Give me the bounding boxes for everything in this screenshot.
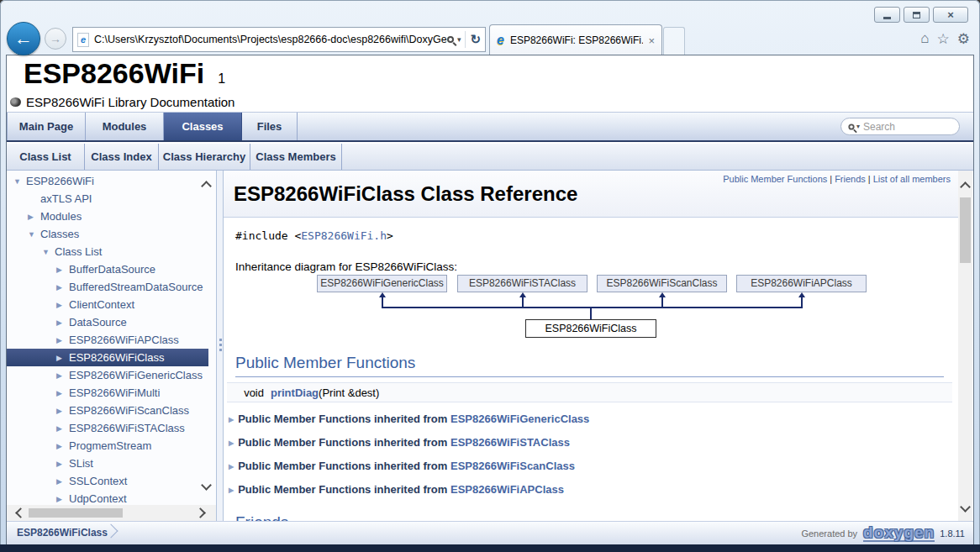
back-button[interactable]: ←: [7, 22, 40, 55]
sidebar-item-classes[interactable]: ▼Classes: [7, 225, 216, 243]
sidebar-item-esp8266wifi[interactable]: ▼ESP8266WiFi: [7, 172, 216, 190]
sidebar-item-esp8266wifiscanclass[interactable]: ▶ESP8266WiFiScanClass: [7, 402, 216, 419]
sidebar-item-slist[interactable]: ▶SList: [7, 455, 216, 472]
chevron-down-icon[interactable]: ▾: [457, 35, 461, 44]
doc-search-box[interactable]: ▾: [840, 118, 960, 135]
chevron-down-icon[interactable]: ▼: [28, 230, 40, 239]
link-all-members[interactable]: List of all members: [873, 174, 951, 184]
restore-button[interactable]: [904, 7, 930, 23]
sidebar-item-modules[interactable]: ▶Modules: [7, 208, 216, 225]
chevron-right-icon[interactable]: ▶: [56, 301, 69, 309]
diagram-node-esp8266wificlass[interactable]: ESP8266WiFiClass: [525, 319, 656, 338]
inherited-class-link[interactable]: ESP8266WiFiGenericClass: [450, 413, 589, 425]
search-icon[interactable]: [447, 36, 454, 43]
inherited-section-genericclass[interactable]: ▶Public Member Functions inherited from …: [229, 413, 589, 426]
doxygen-logo[interactable]: doxygen: [863, 524, 935, 542]
sidebar-item-esp8266wifimulti[interactable]: ▶ESP8266WiFiMulti: [7, 384, 216, 402]
settings-button[interactable]: ⚙: [957, 30, 970, 48]
tab-main-page[interactable]: Main Page: [7, 113, 86, 140]
tab-files[interactable]: Files: [242, 113, 298, 140]
link-friends[interactable]: Friends: [835, 174, 866, 184]
chevron-right-icon[interactable]: ▶: [56, 336, 69, 344]
chevron-right-icon[interactable]: ▶: [56, 354, 69, 362]
inherited-class-link[interactable]: ESP8266WiFiSTAClass: [450, 436, 570, 449]
search-input[interactable]: [863, 121, 939, 133]
breadcrumb[interactable]: ESP8266WiFiClass: [17, 522, 108, 544]
tab-class-index[interactable]: Class Index: [85, 144, 159, 170]
scroll-right-icon[interactable]: [195, 507, 206, 518]
scroll-left-icon[interactable]: [15, 507, 26, 518]
sidebar-item-clientcontext[interactable]: ▶ClientContext: [7, 296, 216, 313]
sidebar-item-esp8266wifigenericclass[interactable]: ▶ESP8266WiFiGenericClass: [7, 366, 216, 384]
tab-close-icon[interactable]: ×: [648, 34, 655, 47]
chevron-right-icon[interactable]: ▶: [229, 463, 234, 471]
sidebar-item-datasource[interactable]: ▶DataSource: [7, 313, 216, 331]
chevron-down-icon[interactable]: ▼: [13, 177, 26, 186]
diagram-node-scanclass[interactable]: ESP8266WiFiScanClass: [597, 275, 727, 292]
chevron-right-icon[interactable]: ▶: [56, 318, 69, 327]
tab-class-members[interactable]: Class Members: [250, 144, 342, 170]
home-button[interactable]: ⌂: [920, 30, 929, 48]
member-name-link[interactable]: printDiag: [271, 386, 319, 399]
diagram-node-staclass[interactable]: ESP8266WiFiSTAClass: [457, 275, 587, 292]
inherited-class-link[interactable]: ESP8266WiFiAPClass: [450, 483, 564, 496]
sidebar-item-class-list[interactable]: ▼Class List: [7, 243, 216, 260]
forward-button[interactable]: →: [45, 28, 66, 50]
scroll-up-icon[interactable]: [960, 181, 971, 192]
chevron-right-icon[interactable]: ▶: [56, 477, 69, 486]
chevron-right-icon[interactable]: ▶: [28, 213, 40, 221]
close-button[interactable]: ×: [933, 7, 968, 23]
tab-class-list[interactable]: Class List: [7, 144, 85, 170]
chevron-right-icon[interactable]: ▶: [56, 389, 69, 397]
inherited-section-apclass[interactable]: ▶Public Member Functions inherited from …: [229, 483, 564, 497]
chevron-right-icon[interactable]: ▶: [56, 407, 69, 415]
tab-modules[interactable]: Modules: [86, 113, 164, 140]
refresh-button[interactable]: ↻: [470, 32, 481, 47]
minimize-button[interactable]: [874, 7, 900, 23]
diagram-node-genericclass[interactable]: ESP8266WiFiGenericClass: [317, 275, 447, 292]
chevron-right-icon[interactable]: ▶: [56, 442, 69, 450]
sidebar-item-esp8266wifistaclass[interactable]: ▶ESP8266WiFiSTAClass: [7, 419, 216, 437]
browser-tab[interactable]: e ESP8266WiFi: ESP8266WiFi... ×: [489, 24, 662, 55]
chevron-right-icon[interactable]: ▶: [56, 495, 69, 503]
chevron-right-icon[interactable]: ▶: [56, 371, 69, 380]
inherited-section-scanclass[interactable]: ▶Public Member Functions inherited from …: [229, 460, 575, 473]
sidebar-resize-handle[interactable]: [216, 171, 224, 521]
tab-classes[interactable]: Classes: [164, 113, 242, 140]
chevron-right-icon[interactable]: ▶: [229, 416, 234, 423]
content-vertical-scrollbar[interactable]: [958, 171, 972, 521]
sidebar-item-esp8266wificlass[interactable]: ▶ESP8266WiFiClass: [7, 349, 208, 366]
sidebar-item-sslcontext[interactable]: ▶SSLContext: [7, 472, 216, 490]
new-tab-button[interactable]: [663, 27, 685, 55]
sidebar-item-axtls-api[interactable]: axTLS API: [7, 190, 216, 208]
chevron-down-icon[interactable]: ▼: [42, 248, 55, 256]
sidebar-item-progmemstream[interactable]: ▶ProgmemStream: [7, 437, 216, 455]
favorites-button[interactable]: ☆: [937, 30, 950, 48]
sidebar-item-bufferdatasource[interactable]: ▶BufferDataSource: [7, 260, 216, 278]
chevron-right-icon[interactable]: ▶: [56, 283, 69, 292]
chevron-right-icon[interactable]: ▶: [56, 424, 69, 433]
chevron-right-icon[interactable]: ▶: [229, 486, 234, 494]
divider: [465, 31, 466, 48]
sidebar-horizontal-scrollbar[interactable]: [7, 505, 216, 521]
sidebar-item-bufferedstreamdatasource[interactable]: ▶BufferedStreamDataSource: [7, 278, 216, 296]
tree-label: ESP8266WiFiAPClass: [69, 334, 179, 346]
tab-class-hierarchy[interactable]: Class Hierarchy: [159, 144, 250, 170]
url-text[interactable]: C:\Users\Krzysztof\Documents\Projects\es…: [94, 34, 447, 45]
scrollbar-thumb[interactable]: [29, 508, 123, 518]
include-file-link[interactable]: ESP8266WiFi.h: [301, 229, 387, 242]
diagram-node-apclass[interactable]: ESP8266WiFiAPClass: [736, 275, 867, 292]
chevron-down-icon[interactable]: ▾: [856, 123, 860, 130]
address-bar[interactable]: e C:\Users\Krzysztof\Documents\Projects\…: [72, 27, 486, 52]
sidebar-item-esp8266wifiapclass[interactable]: ▶ESP8266WiFiAPClass: [7, 331, 216, 349]
inherited-section-staclass[interactable]: ▶Public Member Functions inherited from …: [229, 436, 570, 449]
chevron-right-icon[interactable]: ▶: [229, 439, 234, 447]
scrollbar-thumb[interactable]: [960, 197, 971, 263]
inherited-class-link[interactable]: ESP8266WiFiScanClass: [450, 460, 575, 472]
chevron-right-icon[interactable]: ▶: [56, 265, 69, 274]
link-public-member-functions[interactable]: Public Member Functions: [723, 174, 827, 184]
tab-label: Main Page: [19, 120, 73, 133]
chevron-right-icon[interactable]: ▶: [56, 460, 69, 468]
scroll-down-icon[interactable]: [960, 502, 971, 513]
tab-title: ESP8266WiFi: ESP8266WiFi...: [510, 34, 644, 46]
